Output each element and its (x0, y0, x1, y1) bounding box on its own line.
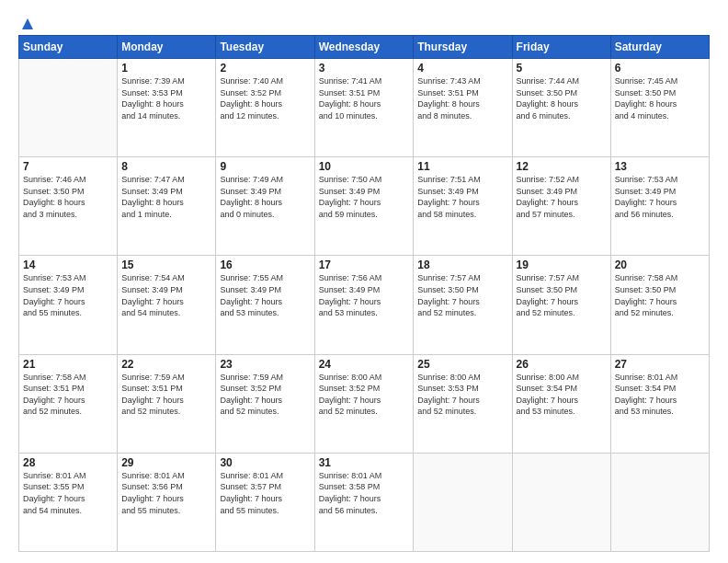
cell-line: and 6 minutes. (517, 110, 607, 122)
cell-content: Sunrise: 7:57 AMSunset: 3:50 PMDaylight:… (517, 272, 607, 318)
cell-line: Daylight: 7 hours (121, 493, 211, 505)
day-number: 2 (220, 62, 310, 75)
cell-line: and 56 minutes. (319, 505, 410, 517)
calendar-cell: 31Sunrise: 8:01 AMSunset: 3:58 PMDayligh… (314, 453, 414, 551)
cell-line: Daylight: 7 hours (23, 296, 113, 308)
cell-line: Daylight: 7 hours (517, 296, 607, 308)
calendar-cell: 12Sunrise: 7:52 AMSunset: 3:49 PMDayligh… (512, 157, 610, 256)
cell-line: Sunset: 3:49 PM (417, 186, 507, 198)
calendar-cell: 13Sunrise: 7:53 AMSunset: 3:49 PMDayligh… (610, 157, 709, 256)
cell-line: Sunset: 3:50 PM (517, 87, 607, 99)
cell-line: Daylight: 8 hours (517, 98, 607, 110)
calendar-cell: 28Sunrise: 8:01 AMSunset: 3:55 PMDayligh… (19, 453, 118, 551)
day-number: 7 (23, 160, 113, 173)
cell-line: Daylight: 8 hours (121, 98, 211, 110)
cell-line: Daylight: 8 hours (220, 98, 310, 110)
cell-line: Daylight: 7 hours (121, 296, 211, 308)
calendar-cell (512, 453, 610, 551)
calendar-cell: 6Sunrise: 7:45 AMSunset: 3:50 PMDaylight… (610, 59, 709, 157)
cell-content: Sunrise: 7:54 AMSunset: 3:49 PMDaylight:… (121, 272, 211, 318)
cell-content: Sunrise: 7:40 AMSunset: 3:52 PMDaylight:… (220, 75, 310, 121)
cell-line: Daylight: 7 hours (220, 493, 310, 505)
cell-line: Sunset: 3:49 PM (220, 186, 310, 198)
calendar-cell: 29Sunrise: 8:01 AMSunset: 3:56 PMDayligh… (118, 453, 216, 551)
week-row-1: 7Sunrise: 7:46 AMSunset: 3:50 PMDaylight… (19, 157, 710, 256)
cell-content: Sunrise: 8:01 AMSunset: 3:56 PMDaylight:… (121, 470, 211, 516)
day-number: 21 (23, 358, 113, 371)
logo (18, 17, 35, 29)
day-header-monday: Monday (118, 36, 216, 59)
cell-line: Sunrise: 7:44 AM (517, 75, 607, 87)
calendar-cell: 1Sunrise: 7:39 AMSunset: 3:53 PMDaylight… (118, 59, 216, 157)
cell-line: and 56 minutes. (615, 209, 705, 221)
cell-line: Sunset: 3:49 PM (121, 186, 211, 198)
cell-line: and 54 minutes. (121, 307, 211, 319)
cell-line: and 53 minutes. (319, 307, 410, 319)
calendar-header-row: SundayMondayTuesdayWednesdayThursdayFrid… (19, 36, 710, 59)
cell-line: Daylight: 8 hours (220, 197, 310, 209)
day-number: 28 (23, 456, 113, 469)
cell-line: Sunset: 3:52 PM (220, 87, 310, 99)
cell-line: Sunrise: 8:01 AM (121, 470, 211, 482)
cell-line: Sunrise: 7:59 AM (220, 372, 310, 384)
cell-line: Sunrise: 7:54 AM (121, 272, 211, 284)
day-header-sunday: Sunday (19, 36, 118, 59)
cell-line: Sunrise: 7:51 AM (417, 174, 507, 186)
day-number: 5 (517, 62, 607, 75)
day-number: 13 (615, 160, 705, 173)
cell-content: Sunrise: 7:58 AMSunset: 3:50 PMDaylight:… (615, 272, 705, 318)
day-number: 31 (319, 456, 410, 469)
cell-line: Sunset: 3:52 PM (220, 383, 310, 395)
day-number: 14 (23, 259, 113, 271)
cell-content: Sunrise: 8:01 AMSunset: 3:55 PMDaylight:… (23, 470, 113, 516)
calendar-cell: 3Sunrise: 7:41 AMSunset: 3:51 PMDaylight… (314, 59, 414, 157)
cell-line: and 59 minutes. (319, 209, 410, 221)
cell-line: Sunset: 3:49 PM (517, 186, 607, 198)
calendar-cell: 15Sunrise: 7:54 AMSunset: 3:49 PMDayligh… (118, 256, 216, 354)
calendar-cell (414, 453, 512, 551)
calendar-cell: 19Sunrise: 7:57 AMSunset: 3:50 PMDayligh… (512, 256, 610, 354)
cell-content: Sunrise: 7:55 AMSunset: 3:49 PMDaylight:… (220, 272, 310, 318)
header (18, 17, 710, 29)
cell-line: Sunrise: 7:47 AM (121, 174, 211, 186)
cell-line: Daylight: 7 hours (319, 395, 410, 407)
day-number: 27 (615, 358, 705, 371)
cell-line: Sunrise: 7:55 AM (220, 272, 310, 284)
day-number: 20 (615, 259, 705, 271)
cell-content: Sunrise: 8:01 AMSunset: 3:57 PMDaylight:… (220, 470, 310, 516)
calendar-cell: 25Sunrise: 8:00 AMSunset: 3:53 PMDayligh… (414, 354, 512, 453)
cell-line: Daylight: 7 hours (121, 395, 211, 407)
cell-line: Sunset: 3:58 PM (319, 481, 410, 493)
cell-content: Sunrise: 7:47 AMSunset: 3:49 PMDaylight:… (121, 174, 211, 220)
cell-line: Sunset: 3:49 PM (615, 186, 705, 198)
cell-line: Daylight: 8 hours (615, 98, 705, 110)
cell-line: and 53 minutes. (517, 406, 607, 418)
cell-line: and 55 minutes. (220, 505, 310, 517)
cell-line: and 53 minutes. (220, 307, 310, 319)
cell-line: and 3 minutes. (23, 209, 113, 221)
calendar-cell (610, 453, 709, 551)
cell-line: and 12 minutes. (220, 110, 310, 122)
calendar-cell (19, 59, 118, 157)
cell-content: Sunrise: 7:45 AMSunset: 3:50 PMDaylight:… (615, 75, 705, 121)
cell-line: Sunset: 3:51 PM (319, 87, 410, 99)
cell-line: Sunset: 3:49 PM (319, 284, 410, 296)
cell-content: Sunrise: 8:00 AMSunset: 3:53 PMDaylight:… (417, 372, 507, 418)
cell-line: Sunset: 3:56 PM (121, 481, 211, 493)
svg-marker-0 (22, 18, 33, 29)
cell-line: Daylight: 7 hours (615, 197, 705, 209)
cell-line: Sunset: 3:50 PM (23, 186, 113, 198)
day-number: 17 (319, 259, 410, 271)
cell-line: Sunrise: 7:45 AM (615, 75, 705, 87)
calendar-cell: 26Sunrise: 8:00 AMSunset: 3:54 PMDayligh… (512, 354, 610, 453)
cell-line: and 10 minutes. (319, 110, 410, 122)
cell-line: Daylight: 7 hours (319, 197, 410, 209)
cell-line: Sunset: 3:57 PM (220, 481, 310, 493)
cell-line: Sunrise: 8:01 AM (615, 372, 705, 384)
cell-line: Daylight: 7 hours (517, 197, 607, 209)
cell-line: Sunset: 3:51 PM (417, 87, 507, 99)
cell-line: Sunrise: 7:40 AM (220, 75, 310, 87)
cell-line: Sunset: 3:54 PM (615, 383, 705, 395)
cell-line: and 57 minutes. (517, 209, 607, 221)
cell-line: Sunrise: 8:00 AM (319, 372, 410, 384)
